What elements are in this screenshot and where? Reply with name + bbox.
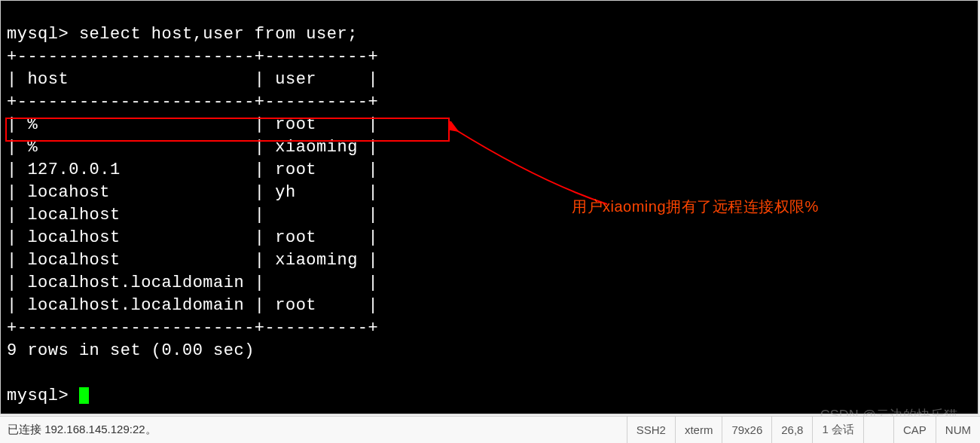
table-row: | localhost.localdomain | |	[7, 273, 378, 292]
mysql-prompt: mysql>	[7, 386, 79, 405]
query-line: mysql> select host,user from user;	[7, 25, 358, 44]
separator-bottom: +-----------------------+----------+	[7, 319, 378, 338]
cursor-icon	[79, 387, 89, 404]
table-row: | 127.0.0.1 | root |	[7, 160, 378, 179]
table-row: | % | root |	[7, 115, 378, 134]
table-row: | localhost | xiaoming |	[7, 251, 378, 270]
status-term: xterm	[675, 417, 722, 443]
header-row: | host | user |	[7, 70, 378, 89]
status-num: NUM	[936, 417, 980, 443]
annotation-text: 用户xiaoming拥有了远程连接权限%	[572, 195, 819, 218]
status-bar: 已连接 192.168.145.129:22。 SSH2 xterm 79x26…	[0, 416, 980, 443]
table-row: | localhost | |	[7, 206, 378, 225]
separator-mid: +-----------------------+----------+	[7, 93, 378, 112]
status-size: 79x26	[722, 417, 771, 443]
table-row: | % | xiaoming |	[7, 138, 378, 157]
table-row: | localhost | root |	[7, 228, 378, 247]
status-cap: CAP	[893, 417, 936, 443]
status-protocol: SSH2	[627, 417, 675, 443]
table-row: | locahost | yh |	[7, 183, 378, 202]
summary-line: 9 rows in set (0.00 sec)	[7, 341, 255, 360]
status-connected: 已连接 192.168.145.129:22。	[0, 423, 627, 437]
terminal-output[interactable]: mysql> select host,user from user; +----…	[0, 0, 978, 414]
separator-top: +-----------------------+----------+	[7, 47, 378, 66]
status-sessions: 1 会话	[812, 417, 863, 443]
table-row: | localhost.localdomain | root |	[7, 296, 378, 315]
status-pos: 26,8	[771, 417, 812, 443]
status-blank	[863, 417, 893, 443]
